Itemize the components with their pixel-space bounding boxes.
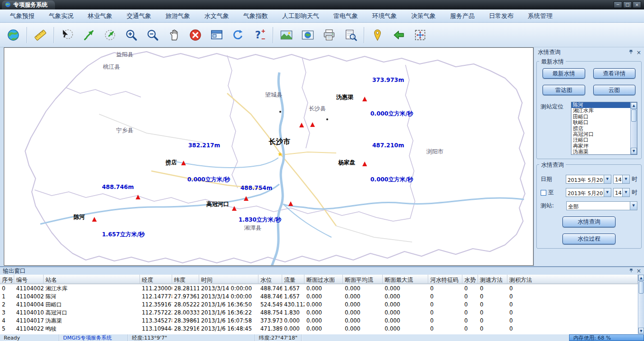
station-marker[interactable] xyxy=(362,97,367,101)
column-header[interactable]: 水势 xyxy=(462,275,478,284)
start-date-combo[interactable]: 2013年 5月20日 ▼ xyxy=(566,175,611,184)
station-list-item[interactable]: 汪峪口 xyxy=(571,137,630,143)
end-hour-combo[interactable]: 14 ▼ xyxy=(613,188,630,197)
chevron-down-icon[interactable]: ▼ xyxy=(622,175,629,183)
pin-icon[interactable] xyxy=(629,268,634,274)
menu-item-8[interactable]: 雷电气象 xyxy=(326,9,365,23)
station-marker[interactable] xyxy=(362,162,367,166)
station-marker[interactable] xyxy=(299,123,304,127)
chevron-down-icon[interactable]: ▼ xyxy=(604,175,611,183)
column-header[interactable]: 测积方法 xyxy=(507,275,638,284)
table-row[interactable]: 141104002陈河112.14777827.9736112013/3/14 … xyxy=(0,292,644,300)
maximize-button[interactable]: □ xyxy=(623,1,632,8)
column-header[interactable]: 河水特征码 xyxy=(428,275,462,284)
menu-item-11[interactable]: 服务产品 xyxy=(443,9,482,23)
scene-image-icon[interactable] xyxy=(278,26,295,45)
globe-icon[interactable] xyxy=(5,26,22,45)
scroll-down-icon[interactable]: ▼ xyxy=(638,328,644,334)
close-panel-icon[interactable]: × xyxy=(636,50,641,55)
measure-icon[interactable] xyxy=(32,26,49,45)
latest-water-button[interactable]: 最新水情 xyxy=(543,68,585,79)
identify-icon[interactable]: ? xyxy=(251,26,268,45)
world-image-icon[interactable] xyxy=(299,26,316,45)
column-header[interactable]: 编号 xyxy=(14,275,44,284)
menu-item-3[interactable]: 交通气象 xyxy=(120,9,158,23)
pan-icon[interactable] xyxy=(166,26,183,45)
close-button[interactable]: × xyxy=(633,1,641,8)
station-list-item[interactable]: 沩惠渠 xyxy=(571,149,630,155)
column-header[interactable]: 站名 xyxy=(44,275,140,284)
column-header[interactable]: 断面最大流 xyxy=(383,275,428,284)
station-marker[interactable] xyxy=(136,195,140,199)
menu-item-7[interactable]: 人工影响天气 xyxy=(275,9,326,23)
column-header[interactable]: 时间 xyxy=(199,275,258,284)
menu-item-9[interactable]: 环境气象 xyxy=(365,9,404,23)
table-row[interactable]: 041104002湘江水库111.23000028.2811112013/3/1… xyxy=(0,284,644,292)
station-marker[interactable] xyxy=(181,161,186,165)
stop-icon[interactable] xyxy=(187,26,204,45)
menu-item-0[interactable]: 气象预报 xyxy=(3,9,42,23)
zoom-in-icon[interactable] xyxy=(123,26,140,45)
menu-item-6[interactable]: 气象指数 xyxy=(236,9,275,23)
output-scrollbar[interactable]: ▲ ▼ xyxy=(638,275,644,334)
previous-view-icon[interactable] xyxy=(390,26,407,45)
full-extent-window-icon[interactable] xyxy=(208,26,225,45)
scroll-up-icon[interactable]: ▲ xyxy=(638,275,644,281)
menu-item-13[interactable]: 系统管理 xyxy=(521,9,560,23)
water-query-button[interactable]: 水情查询 xyxy=(562,216,616,227)
menu-item-4[interactable]: 旅游气象 xyxy=(158,9,197,23)
column-header[interactable]: 断面平均流 xyxy=(343,275,383,284)
zoom-extent-icon[interactable] xyxy=(412,26,429,45)
radar-chart-button[interactable]: 雷达图 xyxy=(543,85,585,95)
pin-icon[interactable] xyxy=(628,49,634,55)
end-date-combo[interactable]: 2013年 5月20日 ▼ xyxy=(566,188,611,197)
column-header[interactable]: 序号 xyxy=(0,275,14,284)
print-preview-icon[interactable] xyxy=(342,26,359,45)
table-row[interactable]: 441104017沩惠渠113.34527828.3986112013/1/6 … xyxy=(0,316,644,324)
column-header[interactable]: 测速方法 xyxy=(478,275,507,284)
scroll-up-icon[interactable]: ▲ xyxy=(631,102,637,109)
select-by-circle-icon[interactable] xyxy=(59,26,76,45)
chevron-down-icon[interactable]: ▼ xyxy=(604,188,611,197)
column-header[interactable]: 断面过水面 xyxy=(304,275,343,284)
station-list-item[interactable]: 耿峪口 xyxy=(571,120,630,126)
map-view[interactable]: 益阳县桃江县宁乡县望城县长沙县浏阳市湘潭县沩惠渠杨家盘捞店高冠河口陈河长沙市★3… xyxy=(4,47,534,266)
chevron-down-icon[interactable]: ▼ xyxy=(622,188,629,197)
menu-item-5[interactable]: 水文气象 xyxy=(197,9,236,23)
menu-item-1[interactable]: 气象实况 xyxy=(42,9,81,23)
scroll-down-icon[interactable]: ▼ xyxy=(631,148,637,154)
menu-item-10[interactable]: 决策气象 xyxy=(404,9,443,23)
listbox-scrollbar[interactable]: ▲ ▼ xyxy=(630,102,637,154)
view-details-button[interactable]: 查看详情 xyxy=(593,68,636,79)
zoom-out-icon[interactable] xyxy=(144,26,161,45)
scrollbar-thumb[interactable] xyxy=(631,109,636,122)
column-header[interactable]: 纬度 xyxy=(172,275,199,284)
column-header[interactable]: 水位 xyxy=(258,275,282,284)
column-header[interactable]: 经度 xyxy=(140,275,172,284)
minimize-button[interactable]: ─ xyxy=(614,1,622,8)
station-marker[interactable] xyxy=(310,122,315,127)
table-row[interactable]: 541104022鸣犊113.10944428.3291672013/1/6 1… xyxy=(0,324,644,332)
station-listbox[interactable]: 陈河湘江水库田峪口耿峪口捞店高冠河口汪峪口冉家坪沩惠渠 ▲ ▼ xyxy=(571,102,637,155)
start-hour-combo[interactable]: 14 ▼ xyxy=(613,175,630,184)
print-icon[interactable] xyxy=(321,26,338,45)
table-row[interactable]: 241104004田峪口112.35916728.0522222013/1/6 … xyxy=(0,300,644,308)
cloud-chart-button[interactable]: 云图 xyxy=(593,85,636,95)
station-marker[interactable] xyxy=(232,206,237,211)
station-list-item[interactable]: 湘江水库 xyxy=(571,108,630,114)
table-row[interactable]: 341104010高冠河口112.75722228.0033332013/1/6… xyxy=(0,308,644,316)
station-marker[interactable] xyxy=(92,217,97,222)
water-level-process-button[interactable]: 水位过程 xyxy=(562,233,616,244)
close-panel-icon[interactable]: × xyxy=(636,268,641,274)
station-marker[interactable] xyxy=(244,196,248,201)
to-checkbox[interactable] xyxy=(541,190,546,196)
menu-item-12[interactable]: 日常发布 xyxy=(482,9,521,23)
chevron-down-icon[interactable]: ▼ xyxy=(630,202,637,210)
locate-pin-icon[interactable] xyxy=(369,26,386,45)
station-combo[interactable]: 全部 ▼ xyxy=(566,201,637,210)
clear-selection-icon[interactable] xyxy=(101,26,119,45)
menu-item-2[interactable]: 林业气象 xyxy=(81,9,120,23)
refresh-icon[interactable] xyxy=(230,26,247,45)
column-header[interactable]: 流量 xyxy=(282,275,304,284)
station-marker[interactable] xyxy=(288,201,293,206)
